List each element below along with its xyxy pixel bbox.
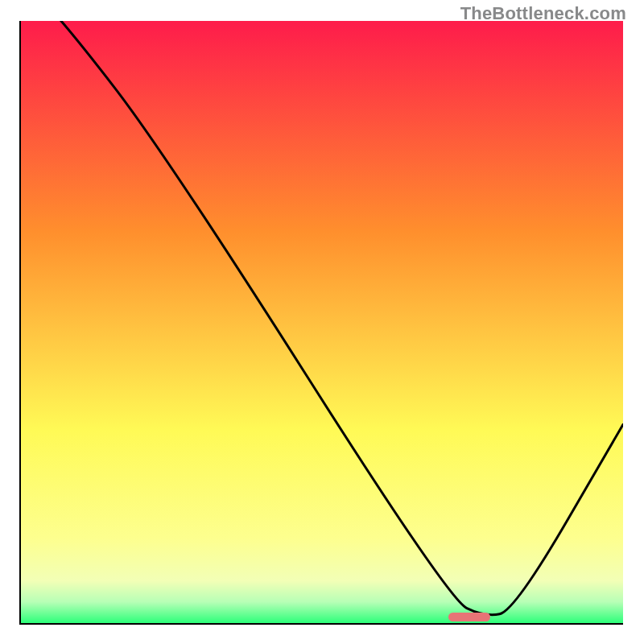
watermark-label: TheBottleneck.com (460, 3, 626, 24)
y-axis (19, 21, 21, 625)
x-axis (21, 623, 623, 625)
curve-layer (21, 21, 623, 623)
bottleneck-curve (21, 21, 623, 615)
bottleneck-chart: TheBottleneck.com (0, 0, 644, 644)
optimal-range-marker (448, 613, 490, 621)
plot-area (21, 21, 623, 623)
